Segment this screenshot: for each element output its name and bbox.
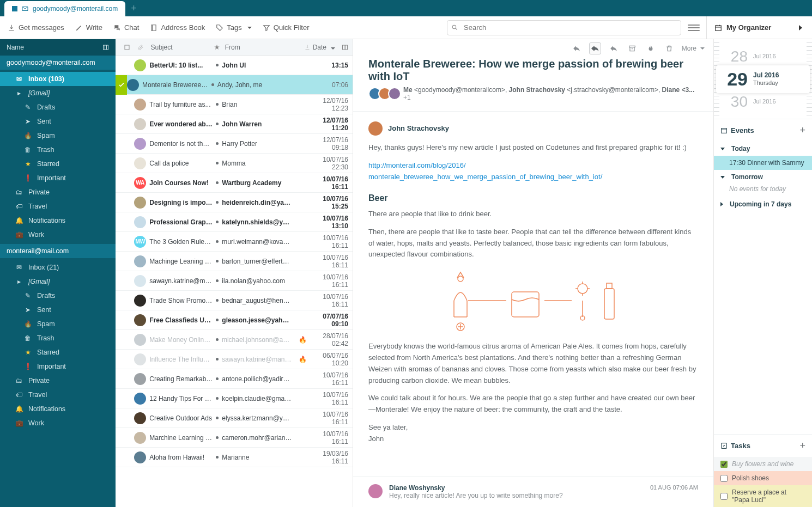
calendar-day[interactable]: 28Jul 2016 xyxy=(714,48,812,65)
sidebar-item-gmail[interactable]: ▸[Gmail] xyxy=(0,86,116,100)
message-row[interactable]: MWThe 3 Golden Rules Proff...murl.weiman… xyxy=(116,232,353,252)
sidebar-item-starred[interactable]: ★Starred xyxy=(0,345,116,359)
task-checkbox[interactable] xyxy=(720,475,728,482)
thread-reply-preview[interactable]: Diane Woshynsky 01 AUG 07:06 AM Hey, rea… xyxy=(353,476,713,507)
sidebar-item-notifications[interactable]: 🔔Notifications xyxy=(0,402,116,416)
calendar-day[interactable]: 29Jul 2016Thursday xyxy=(716,65,810,93)
col-star[interactable] xyxy=(214,44,222,51)
sidebar-item-notifications[interactable]: 🔔Notifications xyxy=(0,213,116,228)
message-from: koelpin.claudie@gmail... xyxy=(222,395,292,402)
get-messages-button[interactable]: Get messages xyxy=(8,23,64,32)
sidebar-item-important[interactable]: ❗Important xyxy=(0,359,116,374)
message-row[interactable]: Marchine Learning is ...cameron.mohr@ari… xyxy=(116,428,353,448)
sidebar-item-private[interactable]: 🗂Private xyxy=(0,185,116,199)
task-item[interactable]: Reserve a place at "Papa Luci" xyxy=(714,485,812,507)
account-header[interactable]: goodymoody@monterail.com xyxy=(0,56,116,70)
message-row[interactable]: Machinge Leaning is ...barton_turner@eff… xyxy=(116,252,353,271)
date-strip[interactable]: 28Jul 201629Jul 2016Thursday30Jul 2016 xyxy=(714,39,812,119)
task-item[interactable]: Buy flowers and wine xyxy=(714,457,812,471)
window-tab[interactable]: goodymoody@monterail.com xyxy=(4,1,125,16)
message-row[interactable]: 12 Handy Tips For Gener...koelpin.claudi… xyxy=(116,389,353,408)
delete-button[interactable] xyxy=(663,42,675,54)
sidebar-item-spam[interactable]: 🔥Spam xyxy=(0,317,116,331)
sidebar-item-drafts[interactable]: ✎Drafts xyxy=(0,289,116,303)
sidebar-item-inbox[interactable]: ✉Inbox (103) xyxy=(0,72,116,86)
quick-filter-button[interactable]: Quick Filter xyxy=(263,23,310,32)
sidebar-item-inbox[interactable]: ✉Inbox (21) xyxy=(0,260,116,274)
dot-separator xyxy=(216,221,219,223)
message-row[interactable]: Influence The Influence...sawayn.katrine… xyxy=(116,350,353,369)
task-item[interactable]: Polish shoes xyxy=(714,471,812,485)
junk-button[interactable] xyxy=(645,42,657,54)
tags-dropdown[interactable]: Tags xyxy=(216,23,251,32)
col-date[interactable]: Date xyxy=(304,44,348,51)
sidebar-item-trash[interactable]: 🗑Trash xyxy=(0,331,116,345)
message-paragraph: Everybody knows the world-famous citrus … xyxy=(368,341,698,386)
sidebar-item-drafts[interactable]: ✎Drafts xyxy=(0,100,116,114)
event-item[interactable]: 17:30 Dinner with Sammy xyxy=(714,156,812,170)
message-row[interactable]: Creating Remarkable Po...antone.pollich@… xyxy=(116,369,353,389)
address-book-button[interactable]: Address Book xyxy=(150,23,205,32)
task-checkbox[interactable] xyxy=(720,493,728,500)
message-row[interactable]: Trade Show Promotionsbednar_august@hende… xyxy=(116,291,353,310)
sidebar-item-spam[interactable]: 🔥Spam xyxy=(0,129,116,143)
sidebar-item-travel[interactable]: 🏷Travel xyxy=(0,388,116,402)
add-task-button[interactable]: + xyxy=(799,440,805,451)
message-link[interactable]: monterale_breweree_how_we_merge_passion_… xyxy=(368,173,602,181)
add-event-button[interactable]: + xyxy=(799,125,805,136)
sidebar-item-sent[interactable]: ➤Sent xyxy=(0,303,116,317)
reply-icon xyxy=(573,45,580,52)
sidebar-item-work[interactable]: 💼Work xyxy=(0,228,116,242)
forward-button[interactable] xyxy=(608,42,620,54)
col-checkbox[interactable] xyxy=(120,44,134,51)
search-input[interactable] xyxy=(447,20,681,35)
sidebar-item-sent[interactable]: ➤Sent xyxy=(0,114,116,129)
reply-all-button[interactable] xyxy=(589,42,601,54)
calendar-day[interactable]: 30Jul 2016 xyxy=(714,93,812,111)
message-row[interactable]: Make Money Online Thr...michael.johnsonn… xyxy=(116,330,353,350)
write-button[interactable]: Write xyxy=(75,23,102,32)
account-header[interactable]: monterail@mail.com xyxy=(0,244,116,258)
reply-button[interactable] xyxy=(571,42,583,54)
search-field[interactable] xyxy=(447,20,681,35)
sidebar-item-starred[interactable]: ★Starred xyxy=(0,157,116,171)
message-row[interactable]: Monterale Breweree: H...Andy, John, me07… xyxy=(116,75,353,95)
message-row[interactable]: Free Classfieds Using Th...gleason.jesse… xyxy=(116,310,353,330)
message-row[interactable]: sawayn.katrine@manley...ila.nolan@yahoo.… xyxy=(116,271,353,291)
message-row[interactable]: Professional Graphic De...katelynn.shiel… xyxy=(116,212,353,232)
message-row[interactable]: Creative Outdoor Adselyssa.kertzmann@yah… xyxy=(116,408,353,428)
more-actions-dropdown[interactable]: More xyxy=(682,45,705,52)
columns-icon[interactable] xyxy=(102,44,109,51)
col-subject[interactable]: Subject xyxy=(150,44,210,51)
events-upcoming-toggle[interactable]: Upcoming in 7 days xyxy=(714,197,812,211)
sidebar-item-work[interactable]: 💼Work xyxy=(0,416,116,430)
message-row[interactable]: Dementor is not that badHarry Potter12/0… xyxy=(116,134,353,154)
sidebar-item-private[interactable]: 🗂Private xyxy=(0,374,116,388)
message-row[interactable]: Trail by furniture as...Brian12/07/16 12… xyxy=(116,95,353,114)
message-link[interactable]: http://monterail.com/blog/2016/ xyxy=(368,161,466,169)
sidebar-item-travel[interactable]: 🏷Travel xyxy=(0,199,116,213)
organizer-collapse-button[interactable] xyxy=(799,25,804,30)
more-label: More xyxy=(682,45,696,52)
events-today-toggle[interactable]: Today xyxy=(714,142,812,156)
message-row[interactable]: BetterUI: 10 list...John UI13:15 xyxy=(116,56,353,75)
message-row[interactable]: Aloha from Hawaii!Marianne19/03/16 16:11 xyxy=(116,448,353,467)
sidebar-item-important[interactable]: ❗Important xyxy=(0,171,116,185)
new-tab-button[interactable]: + xyxy=(131,3,137,14)
col-attachment[interactable] xyxy=(137,44,148,51)
archive-button[interactable] xyxy=(626,42,638,54)
message-body[interactable]: John Strachovsky Hey, thanks guys! Here'… xyxy=(353,112,713,476)
column-picker-icon[interactable] xyxy=(342,44,348,51)
message-row[interactable]: Designing is importantheidenreich.din@ya… xyxy=(116,193,353,212)
message-row[interactable]: WAJoin Courses Now!Wartburg Academy10/07… xyxy=(116,173,353,193)
task-checkbox[interactable] xyxy=(720,461,728,468)
app-menu-button[interactable] xyxy=(688,22,700,34)
message-rows[interactable]: BetterUI: 10 list...John UI13:15Monteral… xyxy=(116,56,353,507)
message-row[interactable]: Ever wondered abou...John Warren12/07/16… xyxy=(116,114,353,134)
sidebar-item-gmail[interactable]: ▸[Gmail] xyxy=(0,274,116,289)
col-from[interactable]: From xyxy=(225,44,301,51)
events-tomorrow-toggle[interactable]: Tomorrow xyxy=(714,170,812,184)
message-row[interactable]: Call da policeMomma10/07/16 22:30 xyxy=(116,154,353,173)
chat-button[interactable]: Chat xyxy=(113,23,139,32)
sidebar-item-trash[interactable]: 🗑Trash xyxy=(0,143,116,157)
